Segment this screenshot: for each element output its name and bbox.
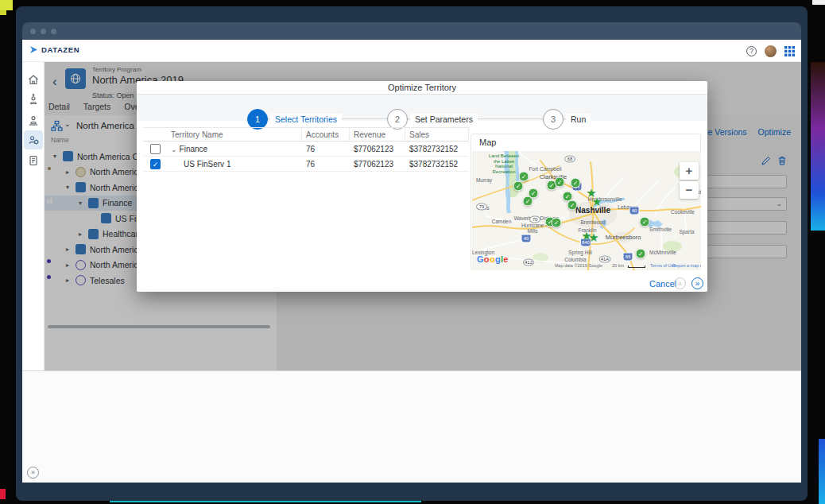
map-marker-icon[interactable]: ✓	[567, 200, 578, 211]
brand-logo: DATAZEN	[30, 45, 79, 54]
brand-arrow-icon	[30, 45, 38, 54]
map-marker-icon[interactable]: ✓	[636, 249, 646, 259]
cell-revenue: $77062123	[350, 157, 405, 172]
google-logo-letter: g	[495, 254, 501, 264]
wizard-back-button[interactable]: «	[674, 277, 686, 289]
row-expand-chevron[interactable]: ⌄	[171, 145, 177, 153]
google-logo: Google	[477, 254, 509, 264]
map-city-label: Murray	[476, 177, 492, 183]
park-label: the Lakes	[494, 159, 514, 164]
top-icons: ?	[746, 45, 795, 57]
cell-accounts: 76	[302, 142, 350, 157]
map-marker-icon[interactable]: ✓	[555, 177, 565, 188]
zoom-out-button[interactable]: −	[680, 181, 699, 199]
map-city-label: McMinnville	[649, 250, 676, 255]
step-label-set-parameters: Set Parameters	[410, 114, 478, 125]
row-checkbox[interactable]: ✓	[150, 159, 161, 169]
interstate-shield: 65	[623, 253, 633, 262]
google-logo-letter: G	[477, 254, 484, 264]
dialog-title: Optimize Territory	[137, 81, 707, 95]
cell-sales: $3782732152	[405, 157, 469, 172]
cell-revenue: $77062123	[350, 142, 405, 157]
report-link[interactable]: Report a map error	[672, 263, 701, 268]
table-header: Territory NameAccountsRevenueSales	[143, 127, 469, 142]
nav-rail	[22, 62, 45, 370]
map-marker-icon[interactable]: ✓	[523, 196, 533, 207]
map-title: Map	[479, 138, 496, 147]
map-overlays: Land Betweenthe LakesNationalRecreationM…	[472, 151, 701, 270]
wallpaper-accent	[811, 62, 825, 231]
park-label: Land Between	[489, 153, 519, 158]
wallpaper-accent	[812, 0, 825, 5]
wizard-next-button[interactable]: »	[691, 277, 703, 289]
cell-accounts: 76	[302, 157, 350, 172]
map-city-label: Brentwood	[580, 219, 605, 225]
map-city-label: Spring Hill	[568, 250, 592, 255]
help-icon[interactable]: ?	[746, 46, 757, 56]
hierarchy-person-icon[interactable]	[24, 110, 43, 130]
table-row-us-finserv-1[interactable]: ✓US FinServ 176$77062123$3782732152	[143, 157, 469, 172]
map-marker-icon[interactable]: ✓	[513, 181, 524, 192]
optimize-territory-dialog: Optimize Territory 1Select Territories2S…	[137, 81, 707, 292]
route-shield: 68	[564, 156, 575, 163]
cancel-button[interactable]: Cancel	[649, 279, 676, 289]
column-header-territory-name: Territory Name	[167, 128, 302, 142]
map-city-label: Smithville	[649, 227, 672, 232]
territory-settings-icon[interactable]	[24, 130, 43, 149]
map-city-label: Camden	[492, 219, 512, 224]
map-city-label: Murfreesboro	[606, 235, 641, 241]
home-icon[interactable]	[24, 70, 43, 89]
map-marker-icon[interactable]: ✓	[571, 178, 581, 188]
wallpaper-accent	[0, 489, 6, 499]
route-shield: 70	[529, 216, 540, 223]
step-circle-3[interactable]: 3	[543, 109, 564, 130]
map-city-label: Columbia	[564, 257, 586, 262]
territory-table: Territory NameAccountsRevenueSales ⌄Fina…	[143, 127, 469, 142]
cell-territory-name: ⌄Finance	[167, 142, 302, 157]
row-checkbox[interactable]	[150, 144, 161, 154]
app-launcher-icon[interactable]	[784, 46, 795, 56]
app-body: DATAZEN ? ‹ Territory Program North Amer…	[22, 40, 801, 483]
scale-label: 20 km	[612, 263, 624, 268]
window-titlebar	[22, 22, 801, 40]
window-control-dot[interactable]	[51, 29, 56, 34]
window-control-dot[interactable]	[41, 29, 46, 34]
map-card: Map	[471, 134, 701, 270]
assignment-person-icon[interactable]	[24, 90, 43, 109]
user-avatar[interactable]	[765, 45, 777, 57]
map-star-icon[interactable]: ★	[591, 196, 602, 207]
route-shield: 412	[523, 259, 534, 266]
step-label-run: Run	[566, 114, 591, 125]
datazen-wordmark: DATAZEN	[41, 45, 79, 54]
google-logo-letter: o	[490, 254, 495, 264]
map-canvas[interactable]: Land Betweenthe LakesNationalRecreationM…	[472, 151, 701, 270]
map-city-label: Fort Campbell	[529, 166, 562, 172]
interstate-shield: 40	[629, 207, 640, 215]
expand-panel-button[interactable]: »	[27, 467, 39, 479]
map-star-icon[interactable]: ★	[588, 231, 598, 243]
map-marker-icon[interactable]: ✓	[519, 172, 529, 182]
wizard-steps: 1Select Territories2Set Parameters3Run	[137, 95, 707, 121]
park-label: Recreation	[492, 169, 515, 174]
column-header-sales: Sales	[405, 128, 469, 142]
column-header-revenue: Revenue	[350, 128, 405, 142]
cell-territory-name: US FinServ 1	[167, 157, 302, 172]
column-header-accounts: Accounts	[302, 128, 350, 142]
interstate-shield: 40	[521, 235, 532, 243]
map-marker-icon[interactable]: ✓	[552, 218, 562, 228]
zoom-in-button[interactable]: +	[680, 162, 699, 180]
window-control-dot[interactable]	[30, 29, 36, 34]
step-label-select-territories: Select Territories	[270, 114, 342, 125]
google-logo-letter: e	[503, 254, 508, 264]
report-icon[interactable]	[24, 151, 43, 170]
map-marker-icon[interactable]: ✓	[640, 217, 650, 227]
app-bar	[22, 40, 801, 62]
scale-bar	[628, 266, 645, 268]
content-footer: »	[22, 370, 801, 483]
map-city-label: Cookeville	[671, 209, 695, 215]
map-data-attribution: Map data ©2019 Google	[555, 263, 602, 268]
route-shield: 41A	[599, 256, 611, 263]
screenshot-stage: DATAZEN ? ‹ Territory Program North Amer…	[0, 0, 825, 504]
table-row-finance[interactable]: ⌄Finance76$77062123$3782732152	[143, 142, 469, 157]
map-city-label: Hurricane Mills	[521, 223, 544, 234]
